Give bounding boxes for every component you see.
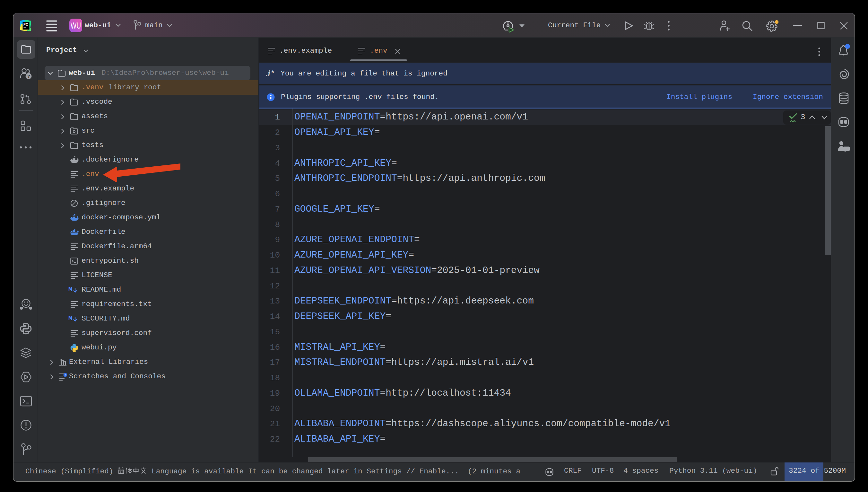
svg-text:WU: WU xyxy=(71,21,81,30)
svg-text:?: ? xyxy=(28,74,30,79)
svg-text:PC: PC xyxy=(23,23,28,26)
